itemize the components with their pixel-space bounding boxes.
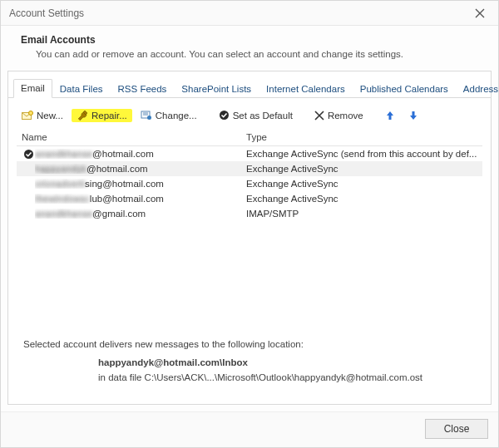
account-name: anandkhanse@hotmail.com (35, 149, 246, 159)
account-row[interactable]: anandkhanse@gmail.comIMAP/SMTP (17, 206, 482, 221)
change-label: Change... (156, 111, 197, 121)
list-header: Name Type (17, 129, 482, 146)
header: Email Accounts You can add or remove an … (1, 26, 498, 71)
svg-point-5 (24, 150, 33, 159)
close-icon[interactable] (470, 5, 490, 22)
check-circle-icon (219, 110, 230, 121)
tabs: EmailData FilesRSS FeedsSharePoint Lists… (8, 71, 491, 98)
svg-point-3 (147, 116, 151, 120)
close-button[interactable]: Close (425, 419, 488, 439)
account-settings-dialog: Account Settings Email Accounts You can … (0, 0, 499, 448)
account-name: happyandyk@hotmail.com (35, 164, 246, 174)
content-frame: EmailData FilesRSS FeedsSharePoint Lists… (7, 71, 492, 405)
tab-address-books[interactable]: Address Books (456, 80, 499, 98)
set-default-label: Set as Default (233, 111, 293, 121)
new-button[interactable]: New... (17, 109, 68, 122)
tab-data-files[interactable]: Data Files (52, 80, 111, 98)
svg-point-1 (29, 111, 33, 115)
tab-rss-feeds[interactable]: RSS Feeds (111, 80, 175, 98)
account-type: Exchange ActiveSync (send from this acco… (246, 149, 482, 159)
account-row[interactable]: anandkhanse@hotmail.comExchange ActiveSy… (17, 146, 482, 161)
remove-label: Remove (328, 111, 363, 121)
account-name: orionadvertising@hotmail.com (35, 179, 246, 189)
account-type: Exchange ActiveSync (246, 194, 482, 204)
delivery-location: Selected account delivers new messages t… (17, 334, 482, 396)
mail-new-icon (22, 111, 33, 121)
tab-panel-email: New... Repair... Change... (8, 98, 491, 404)
account-row[interactable]: orionadvertising@hotmail.comExchange Act… (17, 176, 482, 191)
account-list: anandkhanse@hotmail.comExchange ActiveSy… (17, 146, 482, 221)
tab-email[interactable]: Email (13, 79, 52, 98)
account-name: anandkhanse@gmail.com (35, 209, 246, 219)
arrow-up-icon (385, 111, 395, 121)
repair-label: Repair... (91, 111, 127, 121)
move-down-button[interactable] (403, 109, 423, 122)
account-name: thewindowsclub@hotmail.com (35, 194, 246, 204)
change-button[interactable]: Change... (136, 109, 202, 122)
tab-published-calendars[interactable]: Published Calendars (353, 80, 456, 98)
svg-point-4 (220, 111, 229, 120)
titlebar: Account Settings (1, 1, 498, 26)
repair-button[interactable]: Repair... (72, 109, 132, 122)
wrench-icon (77, 111, 88, 121)
move-up-button[interactable] (380, 109, 400, 122)
header-subtitle: You can add or remove an account. You ca… (36, 49, 478, 59)
account-type: IMAP/SMTP (246, 209, 482, 219)
new-label: New... (37, 111, 63, 121)
default-account-icon (22, 149, 35, 160)
toolbar: New... Repair... Change... (17, 105, 482, 129)
column-name[interactable]: Name (22, 132, 246, 142)
tab-sharepoint-lists[interactable]: SharePoint Lists (174, 80, 259, 98)
remove-button[interactable]: Remove (309, 109, 368, 122)
change-icon (141, 111, 152, 121)
tab-internet-calendars[interactable]: Internet Calendars (259, 80, 353, 98)
account-type: Exchange ActiveSync (246, 179, 482, 189)
account-row[interactable]: thewindowsclub@hotmail.comExchange Activ… (17, 191, 482, 206)
account-type: Exchange ActiveSync (246, 164, 482, 174)
header-title: Email Accounts (21, 34, 478, 46)
arrow-down-icon (408, 111, 418, 121)
remove-x-icon (314, 111, 324, 121)
dialog-buttons: Close (1, 411, 498, 447)
delivery-datafile: in data file C:\Users\ACK\...\Microsoft\… (98, 372, 476, 382)
delivery-label: Selected account delivers new messages t… (23, 339, 476, 349)
account-row[interactable]: happyandyk@hotmail.comExchange ActiveSyn… (17, 161, 482, 176)
column-type[interactable]: Type (246, 132, 482, 142)
set-default-button[interactable]: Set as Default (214, 108, 298, 122)
delivery-mailbox: happyandyk@hotmail.com\Inbox (98, 357, 476, 367)
window-title: Account Settings (9, 7, 470, 19)
